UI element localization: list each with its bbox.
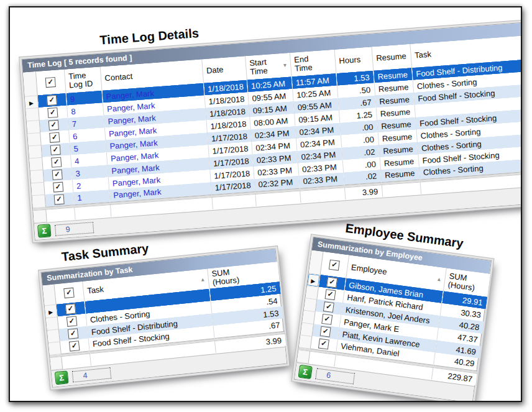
task-summary-grid: Summarization by Task ✓ Task <box>40 248 287 387</box>
select-all-header[interactable]: ✓ <box>53 282 84 304</box>
row-selector-cell[interactable] <box>48 341 61 355</box>
task-summary-panel: Task Summary Summarization by Task ✓ <box>39 228 287 388</box>
row-checkbox[interactable]: ✓ <box>320 326 331 337</box>
row-checkbox[interactable]: ✓ <box>66 316 78 327</box>
sort-asc-icon: ▲ <box>200 275 206 284</box>
row-selector-cell[interactable] <box>32 195 45 208</box>
report-page: Time Log Details Time Log [ 5 records fo… <box>9 6 522 402</box>
row-selector-cell[interactable] <box>27 132 40 145</box>
sum-button[interactable]: Σ <box>298 365 313 380</box>
select-all-header[interactable]: ✓ <box>35 70 66 95</box>
employee-summary-panel: Employee Summary Summarization by Employ… <box>294 216 494 402</box>
select-all-header[interactable]: ✓ <box>320 252 349 278</box>
sigma-icon: Σ <box>42 226 47 236</box>
row-checkbox[interactable]: ✓ <box>47 108 58 118</box>
row-checkbox[interactable]: ✓ <box>318 339 329 350</box>
row-selector-cell[interactable] <box>46 317 58 331</box>
column-header-start-time[interactable]: Start Time ▼ <box>245 53 291 80</box>
record-count-box: 4 <box>72 367 112 382</box>
row-checkbox[interactable]: ✓ <box>49 132 60 143</box>
row-selector-cell[interactable] <box>27 120 40 133</box>
row-selector-header <box>23 71 37 96</box>
select-all-checkbox[interactable]: ✓ <box>45 77 56 88</box>
row-checkbox[interactable]: ✓ <box>65 304 76 315</box>
row-selector-cell[interactable]: ▶ <box>45 304 57 318</box>
select-all-checkbox[interactable]: ✓ <box>329 259 340 270</box>
row-checkbox[interactable]: ✓ <box>54 195 65 205</box>
sigma-icon: Σ <box>302 367 308 377</box>
column-header-end-time[interactable]: End Time <box>290 50 336 76</box>
sort-asc-icon: ▲ <box>436 274 443 283</box>
row-selector-cell[interactable] <box>25 108 39 121</box>
column-header-resume[interactable]: Resume <box>372 44 412 70</box>
row-selector-cell[interactable]: ▶ <box>25 95 38 108</box>
row-checkbox[interactable]: ✓ <box>69 341 80 352</box>
current-row-marker-icon: ▶ <box>311 277 316 284</box>
record-count-box: 6 <box>315 368 355 384</box>
row-checkbox[interactable]: ✓ <box>321 314 332 325</box>
row-checkbox[interactable]: ✓ <box>68 329 79 340</box>
row-checkbox[interactable]: ✓ <box>51 157 62 168</box>
row-checkbox[interactable]: ✓ <box>47 95 57 106</box>
row-checkbox[interactable]: ✓ <box>53 182 63 193</box>
sigma-icon: Σ <box>59 373 65 383</box>
row-selector-cell[interactable] <box>29 145 42 158</box>
row-checkbox[interactable]: ✓ <box>52 170 63 180</box>
row-checkbox[interactable]: ✓ <box>324 290 336 301</box>
column-header-date[interactable]: Date <box>201 57 247 83</box>
sum-button[interactable]: Σ <box>37 224 51 237</box>
current-row-marker-icon: ▶ <box>48 309 53 316</box>
select-all-checkbox[interactable]: ✓ <box>63 288 75 299</box>
row-checkbox[interactable]: ✓ <box>50 145 61 155</box>
column-header-hours[interactable]: Hours <box>334 47 374 73</box>
row-checkbox[interactable]: ✓ <box>48 120 59 130</box>
row-selector-cell[interactable] <box>31 182 44 195</box>
row-selector-cell[interactable] <box>29 157 42 170</box>
employee-summary-grid: Summarization by Employee ✓ Employee <box>294 237 492 402</box>
row-checkbox[interactable]: ✓ <box>326 277 337 288</box>
column-header-time-log-id[interactable]: Time Log ID <box>64 67 102 93</box>
record-count-box: 9 <box>55 222 94 236</box>
row-selector-cell[interactable] <box>30 170 44 183</box>
row-selector-cell[interactable] <box>47 329 60 342</box>
row-checkbox[interactable]: ✓ <box>323 301 334 313</box>
time-log-details-panel: Time Log Details Time Log [ 5 records fo… <box>20 6 522 240</box>
sum-button[interactable]: Σ <box>55 370 69 385</box>
current-row-marker-icon: ▶ <box>29 99 34 106</box>
time-log-grid: Time Log [ 5 records found ] ✓ Time Log … <box>21 22 522 240</box>
sort-desc-icon: ▼ <box>282 61 288 70</box>
